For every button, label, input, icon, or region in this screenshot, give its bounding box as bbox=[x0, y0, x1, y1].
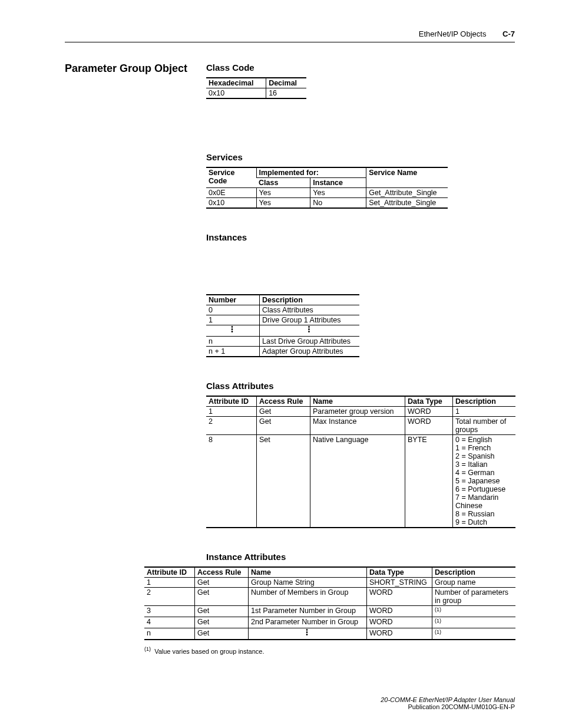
th: Attribute ID bbox=[206, 396, 257, 407]
td: 0x10 bbox=[206, 88, 266, 99]
td: Get bbox=[195, 617, 249, 628]
table-row: 3Get1st Parameter Number in GroupWORD(1) bbox=[144, 606, 515, 617]
instattr-heading: Instance Attributes bbox=[206, 552, 515, 562]
td: Get bbox=[195, 628, 249, 640]
td: 0 bbox=[206, 305, 260, 315]
td: 2 bbox=[144, 588, 195, 606]
td bbox=[249, 628, 367, 640]
td: Number of parameters in group bbox=[432, 588, 516, 606]
td: 2 bbox=[206, 417, 257, 435]
td: 0x0E bbox=[206, 188, 256, 198]
table-row: 0x0EYesYesGet_Attribute_Single bbox=[206, 188, 448, 198]
td: WORD bbox=[367, 588, 432, 606]
td: Get bbox=[195, 606, 249, 617]
footnote: (1) Value varies based on group instance… bbox=[144, 646, 515, 655]
td: Group name bbox=[432, 578, 516, 588]
td: Get bbox=[195, 588, 249, 606]
page-header: EtherNet/IP Objects C-7 bbox=[65, 29, 515, 42]
table-row: 1GetGroup Name StringSHORT_STRINGGroup n… bbox=[144, 578, 515, 588]
td: (1) bbox=[432, 606, 516, 617]
td: Set_Attribute_Single bbox=[366, 198, 448, 209]
th: Name bbox=[249, 567, 367, 578]
td bbox=[206, 325, 260, 337]
th: Class bbox=[256, 178, 310, 188]
footer-manual: 20-COMM-E EtherNet/IP Adapter User Manua… bbox=[381, 696, 515, 703]
td: n bbox=[144, 628, 195, 640]
td: Get bbox=[257, 407, 310, 417]
table-row: 2GetMax InstanceWORDTotal number of grou… bbox=[206, 417, 515, 435]
td: Adapter Group Attributes bbox=[260, 347, 360, 357]
table-row: n + 1Adapter Group Attributes bbox=[206, 347, 359, 357]
td: 0 = English 1 = French 2 = Spanish 3 = I… bbox=[453, 435, 516, 528]
table-row: nLast Drive Group Attributes bbox=[206, 337, 359, 347]
table-row: nGetWORD(1) bbox=[144, 628, 515, 640]
th: Number bbox=[206, 295, 260, 305]
table-row: 1Drive Group 1 Attributes bbox=[206, 315, 359, 325]
td: (1) bbox=[432, 617, 516, 628]
td: Get bbox=[195, 578, 249, 588]
td: n + 1 bbox=[206, 347, 260, 357]
td: 16 bbox=[266, 88, 306, 99]
td: n bbox=[206, 337, 260, 347]
services-heading: Services bbox=[206, 152, 515, 162]
td: 1 bbox=[453, 407, 516, 417]
th: Instance bbox=[310, 178, 366, 188]
td: Get bbox=[257, 417, 310, 435]
th: Description bbox=[432, 567, 516, 578]
td: Group Name String bbox=[249, 578, 367, 588]
instances-table: Number Description 0Class Attributes1Dri… bbox=[206, 294, 359, 357]
table-row: 2GetNumber of Members in GroupWORDNumber… bbox=[144, 588, 515, 606]
td: Last Drive Group Attributes bbox=[260, 337, 360, 347]
td: Set bbox=[257, 435, 310, 528]
th: Description bbox=[453, 396, 516, 407]
td: (1) bbox=[432, 628, 516, 640]
th: Description bbox=[260, 295, 360, 305]
instances-heading: Instances bbox=[206, 232, 515, 242]
td: WORD bbox=[367, 606, 432, 617]
table-row: 0x10 16 bbox=[206, 88, 306, 99]
table-row: 1GetParameter group versionWORD1 bbox=[206, 407, 515, 417]
td: WORD bbox=[405, 417, 453, 435]
td: WORD bbox=[367, 628, 432, 640]
td: Yes bbox=[256, 188, 310, 198]
classattr-heading: Class Attributes bbox=[206, 381, 515, 391]
classcode-heading: Class Code bbox=[206, 62, 515, 73]
td: SHORT_STRING bbox=[367, 578, 432, 588]
instattr-table: Attribute ID Access Rule Name Data Type … bbox=[144, 566, 515, 640]
td: 3 bbox=[144, 606, 195, 617]
td bbox=[260, 325, 360, 337]
table-row: 4Get2nd Parameter Number in GroupWORD(1) bbox=[144, 617, 515, 628]
td: Number of Members in Group bbox=[249, 588, 367, 606]
td: BYTE bbox=[405, 435, 453, 528]
th: Access Rule bbox=[195, 567, 249, 578]
td: WORD bbox=[405, 407, 453, 417]
td: 8 bbox=[206, 435, 257, 528]
table-row: 0x10YesNoSet_Attribute_Single bbox=[206, 198, 448, 209]
table-row: 8SetNative LanguageBYTE0 = English 1 = F… bbox=[206, 435, 515, 528]
th: Implemented for: bbox=[256, 167, 366, 178]
td: 1st Parameter Number in Group bbox=[249, 606, 367, 617]
footnote-text: Value varies based on group instance. bbox=[154, 648, 264, 655]
td: Yes bbox=[310, 188, 366, 198]
table-row: 0Class Attributes bbox=[206, 305, 359, 315]
td: Parameter group version bbox=[310, 407, 405, 417]
th: Decimal bbox=[266, 78, 306, 88]
td: 0x10 bbox=[206, 198, 256, 209]
footer-pub: Publication 20COMM-UM010G-EN-P bbox=[381, 703, 515, 710]
td: No bbox=[310, 198, 366, 209]
th: Attribute ID bbox=[144, 567, 195, 578]
th: Hexadecimal bbox=[206, 78, 266, 88]
td: 1 bbox=[144, 578, 195, 588]
classattr-table: Attribute ID Access Rule Name Data Type … bbox=[206, 396, 515, 528]
td: Get_Attribute_Single bbox=[366, 188, 448, 198]
td: Yes bbox=[256, 198, 310, 209]
footnote-marker: (1) bbox=[144, 646, 151, 652]
td: Class Attributes bbox=[260, 305, 360, 315]
td: 1 bbox=[206, 407, 257, 417]
td: WORD bbox=[367, 617, 432, 628]
services-table: Service Code Implemented for: Service Na… bbox=[206, 167, 448, 209]
td: Total number of groups bbox=[453, 417, 516, 435]
th: Service Name bbox=[366, 167, 448, 188]
td: Max Instance bbox=[310, 417, 405, 435]
th: Data Type bbox=[367, 567, 432, 578]
